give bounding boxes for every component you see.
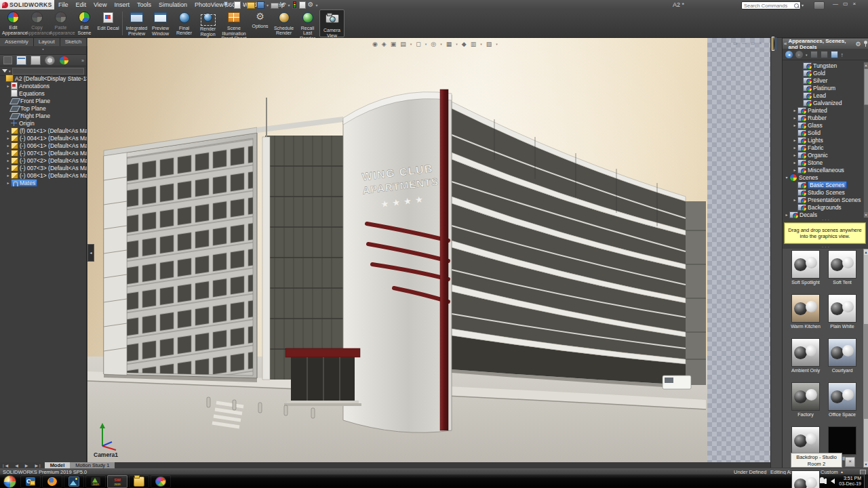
add-to-library-icon[interactable]: [831, 51, 838, 58]
scene-illumination-proof-sheet-button[interactable]: Scene Illumination Proof Sheet: [220, 9, 248, 37]
preview-maximize-icon[interactable]: ▭: [751, 41, 755, 46]
preview-window-button[interactable]: Preview Window: [149, 9, 172, 37]
new-caret-icon[interactable]: ▾: [243, 3, 245, 7]
render-region-button[interactable]: Render Region: [196, 9, 220, 37]
collapse-pane-icon[interactable]: «: [784, 41, 787, 47]
preview-minimize-icon[interactable]: —: [742, 41, 747, 46]
taskbar-draftsight-icon[interactable]: [85, 475, 106, 488]
rebuild-icon[interactable]: [292, 1, 297, 9]
search-icon[interactable]: [794, 3, 799, 8]
edit-decal-button[interactable]: Edit Decal: [96, 9, 120, 37]
menu-pin-icon[interactable]: [222, 1, 228, 7]
propertymanager-tab-icon[interactable]: [16, 56, 26, 65]
tree-item-studio-scenes[interactable]: Studio Scenes: [783, 188, 863, 196]
camera-view-button[interactable]: Camera View: [319, 9, 344, 37]
scroll-up-icon[interactable]: ▲: [864, 249, 868, 255]
tree-item-component-004[interactable]: ▸ (-) 004<1> (Default<As Machined: [0, 134, 87, 142]
scene-preview-image[interactable]: [828, 294, 856, 323]
expand-icon[interactable]: ▸: [792, 152, 797, 157]
undo-icon[interactable]: ↶: [281, 1, 286, 8]
graphics-viewport[interactable]: WING CLUB APARTMENTS ★ ★ ★ ★: [87, 38, 771, 462]
zoom-fit-icon[interactable]: ◉: [372, 41, 378, 47]
tree-item-galvanized[interactable]: Galvanized: [783, 99, 863, 106]
expand-icon[interactable]: ▸: [792, 167, 797, 172]
thumbnail-scrollbar[interactable]: ▲ ▼: [863, 249, 868, 468]
tree-item-basic-scenes[interactable]: Basic Scenes: [783, 181, 863, 188]
edit-scene-button[interactable]: Edit Scene: [73, 9, 96, 37]
tree-item-gold[interactable]: Gold: [783, 69, 863, 77]
section-view-icon[interactable]: ▤: [400, 41, 406, 47]
menu-simulation[interactable]: Simulation: [159, 1, 187, 8]
recall-last-render-button[interactable]: Recall Last Render: [296, 9, 319, 37]
expand-icon[interactable]: ▸: [792, 197, 797, 202]
tree-item-solid[interactable]: Solid: [783, 129, 863, 136]
caret-icon[interactable]: ▾: [440, 42, 442, 46]
previous-view-icon[interactable]: ▣: [391, 41, 397, 47]
taskbar-clock[interactable]: 3:51 PM 03-Dec-19: [839, 476, 861, 487]
caret-icon[interactable]: ▾: [480, 42, 482, 46]
undo-caret-icon[interactable]: ▾: [288, 3, 290, 7]
taskbar-explorer-icon[interactable]: [129, 475, 149, 488]
tab-assembly[interactable]: Assembly: [0, 38, 34, 46]
scene-soft-spotlight[interactable]: Soft Spotlight: [788, 250, 823, 285]
tree-item-silver[interactable]: Silver: [783, 77, 863, 84]
expand-icon[interactable]: ▸: [792, 138, 797, 142]
taskbar-outlook-icon[interactable]: [20, 475, 41, 488]
tree-item-right-plane[interactable]: Right Plane: [0, 112, 87, 119]
tree-item-stone[interactable]: ▸Stone: [783, 159, 863, 166]
tree-item-fabric[interactable]: ▸Fabric: [783, 144, 863, 151]
search-commands-box[interactable]: Search Commands: [741, 1, 801, 9]
options-gear-icon[interactable]: ⚙: [308, 1, 314, 8]
tab-motion-study-1[interactable]: Motion Study 1: [70, 462, 115, 468]
hide-show-items-icon[interactable]: ▦: [446, 41, 452, 47]
taskbar-paint-icon[interactable]: [151, 475, 171, 488]
scene-warm-kitchen[interactable]: Warm Kitchen: [788, 294, 823, 329]
scene-preview-image[interactable]: [791, 294, 820, 323]
expand-icon[interactable]: ▸: [792, 145, 797, 150]
tree-item-platinum[interactable]: Platinum: [783, 84, 863, 92]
tree-item-miscellaneous[interactable]: ▸Miscellaneous: [783, 166, 863, 174]
menu-file[interactable]: File: [58, 1, 68, 8]
tree-item-top-plane[interactable]: Top Plane: [0, 104, 87, 112]
zoom-area-icon[interactable]: ◈: [382, 41, 387, 47]
dimxpertmanager-tab-icon[interactable]: [45, 56, 55, 65]
scene-courtyard[interactable]: Courtyard: [825, 338, 860, 373]
tree-item-component-007-1[interactable]: ▸ (-) 007<1> (Default<As Machined: [0, 149, 87, 157]
expand-icon[interactable]: ▸: [784, 212, 789, 217]
scene-ambient-only[interactable]: Ambient Only: [788, 338, 823, 373]
expanded-icon[interactable]: ▾: [784, 175, 789, 180]
volume-icon[interactable]: [831, 479, 835, 484]
tab-nav-first-icon[interactable]: |◀: [0, 463, 12, 468]
preview-restore-icon[interactable]: ▭: [733, 41, 738, 46]
custom-properties-tab-icon[interactable]: [775, 37, 776, 50]
tree-item-tungsten[interactable]: Tungsten: [783, 62, 863, 69]
expand-icon[interactable]: ▸: [5, 83, 11, 88]
expand-icon[interactable]: ▸: [792, 115, 797, 120]
apply-scene-icon[interactable]: ▥: [471, 41, 477, 47]
taskbar-photos-icon[interactable]: [64, 475, 84, 488]
pane-gear-icon[interactable]: ⚙: [856, 41, 861, 47]
tab-overflow-chevron-icon[interactable]: »: [81, 58, 84, 63]
expand-icon[interactable]: ▸: [792, 108, 797, 113]
tab-nav-last-icon[interactable]: ▶|: [32, 463, 44, 468]
menu-photoview360[interactable]: PhotoView 360: [195, 1, 235, 8]
expand-icon[interactable]: ▸: [5, 165, 11, 170]
back-icon[interactable]: ◂: [785, 51, 793, 58]
scene-preview-image[interactable]: [828, 382, 856, 411]
edit-appearance-hud-icon[interactable]: ◆: [462, 41, 467, 47]
taskbar-firefox-icon[interactable]: [42, 475, 62, 488]
file-properties-icon[interactable]: [299, 1, 306, 9]
tooltip-close-icon[interactable]: ×: [845, 457, 855, 467]
tab-nav-next-icon[interactable]: ▶: [22, 463, 33, 468]
edit-appearance-button[interactable]: Edit Appearance: [1, 9, 25, 37]
tree-item-component-006[interactable]: ▸ (-) 006<1> (Default<As Machined: [0, 142, 87, 149]
scrollbar-thumb[interactable]: [864, 68, 868, 105]
expand-icon[interactable]: ▸: [5, 136, 11, 140]
history-caret-icon[interactable]: ▾: [806, 53, 808, 57]
expand-icon[interactable]: ▸: [5, 180, 11, 185]
tab-nav-prev-icon[interactable]: ◀: [12, 463, 22, 468]
scene-preview-image[interactable]: [791, 338, 820, 367]
preview-close-icon[interactable]: ×: [759, 41, 762, 46]
options-caret-icon[interactable]: ▾: [316, 3, 318, 7]
tree-root-row[interactable]: A2 (Default<Display State-1>): [0, 75, 87, 82]
